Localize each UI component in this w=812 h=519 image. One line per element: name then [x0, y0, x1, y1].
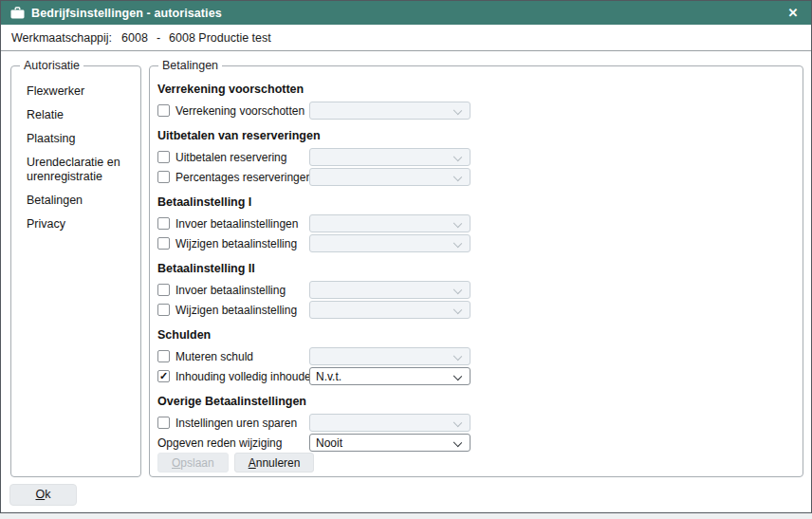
checkbox-uitbetalen-reservering[interactable]: [157, 151, 170, 163]
group-verrekening-voorschotten: Verrekening voorschotten Verrekening voo…: [157, 76, 795, 120]
dropdown-opgeven-reden-wijziging[interactable]: Nooit: [309, 434, 471, 452]
checkbox-verrekening-voorschotten[interactable]: [157, 104, 170, 117]
row-label: Invoer betaalinstellingen: [175, 217, 298, 231]
chevron-down-icon: [453, 372, 462, 380]
title-bar: Bedrijfsinstellingen - autorisaties ✕: [1, 1, 811, 25]
sidebar-item-urendeclaratie[interactable]: Urendeclaratie en urenregistratie: [19, 151, 133, 189]
check-icon: ✓: [159, 371, 168, 381]
sidebar-item-relatie[interactable]: Relatie: [19, 103, 133, 127]
row-label: Verrekening voorschotten: [175, 104, 304, 118]
checkbox-inhouding-volledig-inhouden[interactable]: ✓: [157, 370, 170, 382]
row-label: Invoer betaalinstelling: [175, 284, 286, 297]
dialog-bedrijfsinstellingen: Bedrijfsinstellingen - autorisaties ✕ We…: [0, 0, 812, 513]
dropdown-percentages-reserveringen: [309, 168, 471, 186]
chevron-down-icon: [453, 306, 462, 314]
row-wijzigen-betaalinstelling-2: Wijzigen betaalinstelling: [157, 300, 795, 320]
dropdown-wijzigen-betaalinstelling-1: [309, 234, 471, 252]
betalingen-panel: Betalingen Verrekening voorschotten Verr…: [149, 59, 803, 477]
row-invoer-betaalinstellingen: Invoer betaalinstellingen: [157, 213, 795, 233]
checkbox-invoer-betaalinstelling-2[interactable]: [157, 284, 170, 296]
sidebar-item-flexwerker[interactable]: Flexwerker: [19, 80, 133, 103]
chevron-down-icon: [453, 239, 462, 248]
row-percentages-reserveringen: Percentages reserveringen: [157, 167, 795, 187]
window-title: Bedrijfsinstellingen - autorisaties: [31, 7, 222, 20]
dropdown-invoer-betaalinstelling-2: [309, 281, 471, 299]
dropdown-inhouding-volledig-inhouden[interactable]: N.v.t.: [309, 367, 471, 385]
company-name: 6008 Productie test: [169, 31, 271, 45]
row-label: Opgeven reden wijziging: [157, 436, 282, 450]
row-inhouding-volledig-inhouden: ✓ Inhouding volledig inhouden N.v.t.: [157, 366, 795, 386]
autorisatie-legend: Autorisatie: [20, 59, 83, 72]
chevron-down-icon: [453, 106, 462, 115]
briefcase-icon: [10, 7, 25, 19]
group-heading: Betaalinstelling II: [157, 262, 795, 275]
group-heading: Betaalinstelling I: [157, 195, 795, 209]
group-schulden: Schulden Muteren schuld ✓ Inhouding voll…: [157, 320, 795, 386]
opslaan-button: Opslaan: [157, 453, 229, 473]
row-instellingen-uren-sparen: Instellingen uren sparen: [157, 413, 795, 433]
group-betaalinstelling-2: Betaalinstelling II Invoer betaalinstell…: [157, 253, 795, 320]
company-label: Werkmaatschappij:: [11, 31, 112, 45]
row-label: Instellingen uren sparen: [175, 417, 297, 430]
chevron-down-icon: [453, 438, 462, 447]
chevron-down-icon: [453, 153, 462, 161]
group-heading: Overige Betaalinstellingen: [157, 395, 795, 408]
checkbox-wijzigen-betaalinstelling-1[interactable]: [157, 237, 170, 250]
group-heading: Uitbetalen van reserveringen: [157, 129, 795, 142]
annuleren-button[interactable]: Annuleren: [234, 453, 315, 473]
checkbox-wijzigen-betaalinstelling-2[interactable]: [157, 304, 170, 316]
chevron-down-icon: [453, 286, 462, 294]
row-label: Uitbetalen reservering: [175, 151, 286, 164]
row-label: Inhouding volledig inhouden: [175, 370, 317, 383]
chevron-down-icon: [453, 173, 462, 181]
dialog-content: Autorisatie Flexwerker Relatie Plaatsing…: [1, 51, 811, 482]
group-uitbetalen-reserveringen: Uitbetalen van reserveringen Uitbetalen …: [157, 120, 795, 187]
close-icon[interactable]: ✕: [784, 5, 802, 22]
group-heading: Verrekening voorschotten: [157, 83, 795, 96]
group-betaalinstelling-1: Betaalinstelling I Invoer betaalinstelli…: [157, 187, 795, 253]
row-opgeven-reden-wijziging: Opgeven reden wijziging Nooit: [157, 433, 795, 453]
company-bar: Werkmaatschappij: 6008 - 6008 Productie …: [1, 25, 811, 51]
ok-button[interactable]: Ok: [9, 484, 77, 506]
row-label: Muteren schuld: [175, 350, 253, 363]
row-wijzigen-betaalinstelling-1: Wijzigen betaalinstelling: [157, 233, 795, 253]
dropdown-wijzigen-betaalinstelling-2: [309, 301, 471, 319]
row-verrekening-voorschotten: Verrekening voorschotten: [157, 101, 795, 120]
action-buttons: Opslaan Annuleren: [157, 453, 795, 473]
autorisatie-list: Flexwerker Relatie Plaatsing Urendeclara…: [19, 80, 133, 236]
checkbox-invoer-betaalinstellingen[interactable]: [157, 217, 170, 230]
sidebar-item-plaatsing[interactable]: Plaatsing: [19, 127, 133, 151]
sidebar-item-betalingen[interactable]: Betalingen: [19, 189, 133, 213]
checkbox-instellingen-uren-sparen[interactable]: [157, 417, 170, 429]
chevron-down-icon: [453, 219, 462, 228]
checkbox-muteren-schuld[interactable]: [157, 350, 170, 362]
betalingen-legend: Betalingen: [158, 59, 222, 72]
sidebar-item-privacy[interactable]: Privacy: [19, 213, 133, 236]
group-overige-betaalinstellingen: Overige Betaalinstellingen Instellingen …: [157, 386, 795, 453]
group-heading: Schulden: [157, 328, 795, 342]
row-muteren-schuld: Muteren schuld: [157, 346, 795, 366]
company-number: 6008: [121, 31, 148, 45]
dropdown-uitbetalen-reservering: [309, 148, 471, 166]
chevron-down-icon: [453, 352, 462, 361]
chevron-down-icon: [453, 418, 462, 427]
dialog-footer: Ok: [1, 482, 811, 512]
row-invoer-betaalinstelling-2: Invoer betaalinstelling: [157, 280, 795, 300]
autorisatie-panel: Autorisatie Flexwerker Relatie Plaatsing…: [10, 59, 141, 477]
row-label: Wijzigen betaalinstelling: [175, 237, 297, 250]
row-uitbetalen-reservering: Uitbetalen reservering: [157, 147, 795, 167]
dropdown-muteren-schuld: [309, 347, 471, 365]
checkbox-percentages-reserveringen[interactable]: [157, 171, 170, 183]
dropdown-invoer-betaalinstellingen: [309, 214, 471, 232]
row-label: Percentages reserveringen: [175, 171, 312, 184]
row-label: Wijzigen betaalinstelling: [175, 304, 297, 317]
company-separator: -: [157, 31, 160, 45]
dropdown-verrekening-voorschotten: [309, 102, 471, 120]
dropdown-instellingen-uren-sparen: [309, 414, 471, 432]
